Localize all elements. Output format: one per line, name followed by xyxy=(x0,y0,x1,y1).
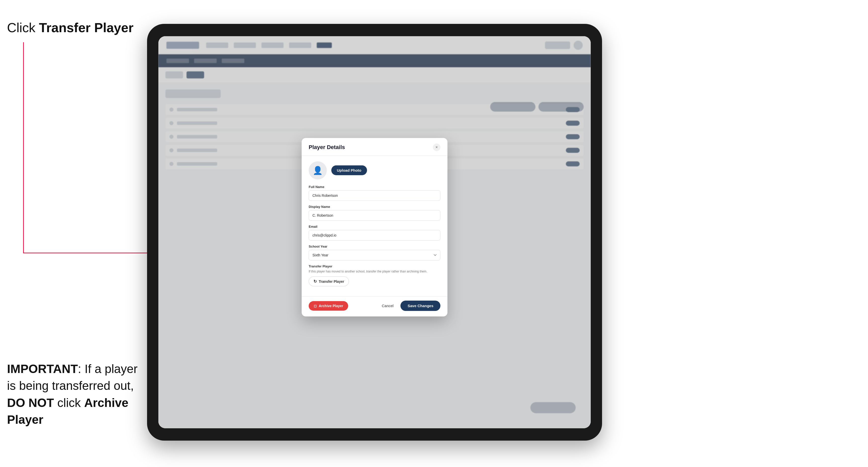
instruction-bold: Transfer Player xyxy=(39,20,133,35)
archive-icon: ◻ xyxy=(314,304,317,308)
full-name-input[interactable] xyxy=(309,190,440,201)
modal-body: 👤 Upload Photo Full Name Display Name xyxy=(302,156,447,296)
instruction-top: Click Transfer Player xyxy=(7,20,133,35)
email-group: Email xyxy=(309,225,440,241)
instruction-prefix: Click xyxy=(7,20,39,35)
archive-btn-label: Archive Player xyxy=(319,304,343,308)
modal-header: Player Details × xyxy=(302,138,447,156)
instruction-do-not: DO NOT xyxy=(7,396,54,409)
display-name-input[interactable] xyxy=(309,210,440,221)
display-name-label: Display Name xyxy=(309,205,440,209)
modal-title: Player Details xyxy=(309,144,345,151)
school-year-label: School Year xyxy=(309,245,440,248)
tablet-device: Player Details × 👤 Upload Photo Full Nam xyxy=(147,24,602,441)
upload-photo-button[interactable]: Upload Photo xyxy=(331,165,367,175)
school-year-group: School Year First Year Second Year Third… xyxy=(309,245,440,260)
email-input[interactable] xyxy=(309,230,440,241)
full-name-group: Full Name xyxy=(309,185,440,201)
save-changes-button[interactable]: Save Changes xyxy=(400,301,440,311)
tablet-screen: Player Details × 👤 Upload Photo Full Nam xyxy=(158,36,591,428)
modal-footer: ◻ Archive Player Cancel Save Changes xyxy=(302,296,447,316)
full-name-label: Full Name xyxy=(309,185,440,189)
avatar-area: 👤 Upload Photo xyxy=(309,161,440,180)
instruction-important: IMPORTANT xyxy=(7,362,78,375)
player-details-modal: Player Details × 👤 Upload Photo Full Nam xyxy=(302,138,447,316)
email-label: Email xyxy=(309,225,440,228)
transfer-btn-label: Transfer Player xyxy=(319,280,344,283)
archive-player-button[interactable]: ◻ Archive Player xyxy=(309,301,348,311)
arrow-vertical xyxy=(23,42,24,253)
instruction-rest2: click xyxy=(54,396,84,409)
instruction-bottom: IMPORTANT: If a player is being transfer… xyxy=(7,361,140,428)
display-name-group: Display Name xyxy=(309,205,440,221)
transfer-icon: ↻ xyxy=(313,279,317,284)
cancel-button[interactable]: Cancel xyxy=(378,301,398,310)
avatar-circle: 👤 xyxy=(309,161,327,180)
school-year-select[interactable]: First Year Second Year Third Year Fourth… xyxy=(309,250,440,260)
modal-close-button[interactable]: × xyxy=(433,144,440,151)
transfer-section-label: Transfer Player xyxy=(309,264,440,268)
transfer-player-button[interactable]: ↻ Transfer Player xyxy=(309,277,349,286)
transfer-player-section: Transfer Player If this player has moved… xyxy=(309,264,440,286)
transfer-section-description: If this player has moved to another scho… xyxy=(309,270,440,274)
avatar-icon: 👤 xyxy=(313,166,323,175)
modal-overlay: Player Details × 👤 Upload Photo Full Nam xyxy=(158,36,591,428)
